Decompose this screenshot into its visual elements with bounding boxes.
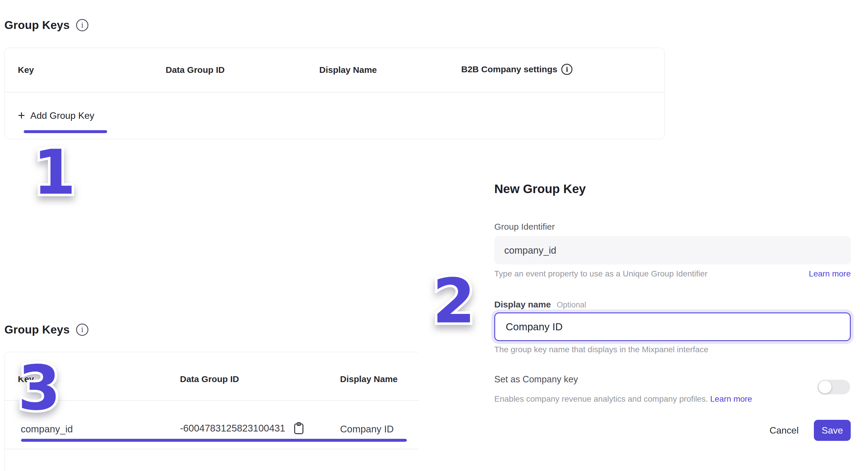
step-annotation-1: 1 1 — [33, 142, 76, 203]
add-group-key-label: Add Group Key — [30, 110, 95, 121]
step-annotation-2: 2 2 — [433, 271, 475, 332]
row-data-group-id-cell: -6004783125823100431 — [180, 420, 305, 437]
group-keys-heading-top: Group Keys i — [4, 19, 88, 32]
optional-label: Optional — [557, 301, 586, 310]
info-icon[interactable]: i — [76, 323, 88, 336]
group-keys-result-clip: Key Data Group ID Display Name company_i… — [4, 352, 419, 471]
row-key-cell: company_id — [21, 422, 73, 437]
step3-highlight-underline — [21, 439, 407, 442]
display-name-input[interactable] — [494, 312, 851, 341]
dialog-title: New Group Key — [494, 182, 586, 196]
company-key-helper: Enables company revenue analytics and co… — [494, 394, 752, 404]
table-header-divider — [5, 92, 664, 92]
step-annotation-3: 3 3 — [18, 357, 61, 419]
info-icon[interactable]: i — [561, 64, 572, 75]
page-title: Group Keys — [4, 19, 70, 32]
step1-number: 1 — [33, 142, 76, 203]
learn-more-link[interactable]: Learn more — [809, 269, 851, 279]
learn-more-link[interactable]: Learn more — [710, 394, 752, 403]
column-header-data-group-id: Data Group ID — [180, 374, 239, 384]
group-identifier-input[interactable] — [494, 236, 851, 264]
set-company-key-label: Set as Company key — [494, 374, 578, 385]
company-key-toggle[interactable] — [817, 380, 850, 394]
dialog-actions: Cancel Save — [769, 420, 851, 441]
column-header-b2b: B2B Company settings i — [461, 64, 572, 75]
column-header-display-name: Display Name — [340, 374, 398, 384]
table-header-divider — [5, 400, 419, 401]
group-keys-table-card: Key Data Group ID Display Name B2B Compa… — [4, 48, 664, 139]
b2b-header-label: B2B Company settings — [461, 64, 557, 74]
column-header-key: Key — [18, 65, 34, 75]
group-identifier-helper-row: Type an event property to use as a Uniqu… — [494, 269, 851, 279]
column-header-display-name: Display Name — [319, 65, 377, 75]
display-name-label: Display name — [494, 300, 551, 310]
copy-button[interactable] — [293, 421, 305, 435]
group-keys-result-card: Key Data Group ID Display Name company_i… — [4, 352, 419, 471]
row-divider — [5, 449, 419, 449]
new-group-key-panel: New Group Key Group Identifier Type an e… — [494, 176, 851, 457]
group-identifier-helper: Type an event property to use as a Uniqu… — [494, 269, 707, 279]
display-name-label-row: Display name Optional — [494, 300, 586, 310]
plus-icon: + — [18, 109, 25, 122]
company-key-helper-text: Enables company revenue analytics and co… — [494, 394, 708, 403]
group-keys-heading-bottom: Group Keys i — [4, 323, 88, 336]
step1-highlight-underline — [24, 130, 107, 133]
column-header-data-group-id: Data Group ID — [166, 65, 225, 75]
toggle-knob — [818, 381, 831, 394]
step2-number: 2 — [433, 271, 475, 332]
step3-number: 3 — [18, 357, 61, 419]
cancel-button[interactable]: Cancel — [769, 425, 799, 436]
data-group-id-value: -6004783125823100431 — [180, 423, 285, 434]
copy-icon — [293, 421, 305, 435]
add-group-key-button[interactable]: + Add Group Key — [18, 109, 94, 122]
save-button[interactable]: Save — [814, 420, 851, 441]
display-name-helper: The group key name that displays in the … — [494, 345, 709, 354]
info-icon[interactable]: i — [76, 19, 88, 31]
group-identifier-label: Group Identifier — [494, 222, 555, 232]
row-display-name-cell: Company ID — [340, 422, 394, 437]
page-title: Group Keys — [4, 323, 70, 336]
